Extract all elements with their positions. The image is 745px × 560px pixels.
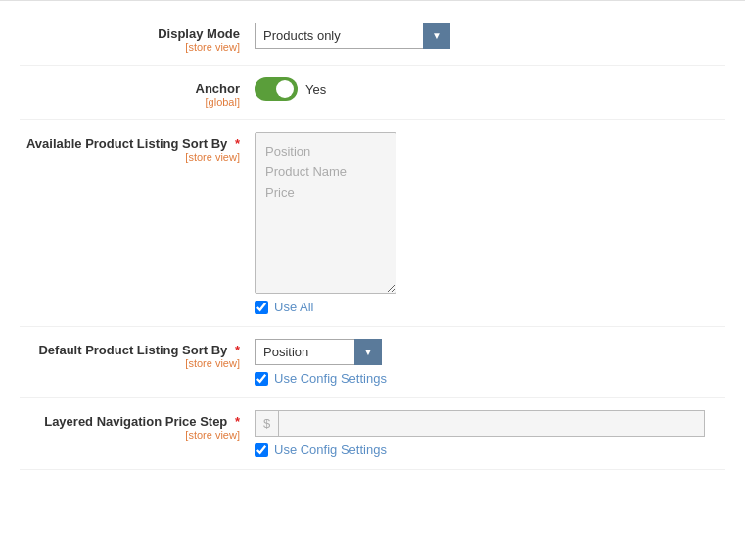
available-sort-label-col: Available Product Listing Sort By * [sto… (20, 132, 255, 163)
anchor-control: Yes (255, 77, 725, 101)
display-mode-label-col: Display Mode [store view] (20, 23, 255, 53)
default-sort-row: Default Product Listing Sort By * [store… (20, 327, 725, 398)
available-sort-control: Position Product Name Price Use All (255, 132, 725, 314)
layered-nav-label: Layered Navigation Price Step * (20, 414, 240, 429)
default-sort-use-config-checkbox[interactable] (255, 372, 268, 386)
layered-nav-row: Layered Navigation Price Step * [store v… (20, 398, 725, 470)
anchor-label-col: Anchor [global] (20, 77, 255, 108)
anchor-toggle-container: Yes (255, 77, 326, 101)
display-mode-row: Display Mode [store view] Products only … (20, 11, 725, 66)
layered-nav-scope: [store view] (20, 429, 240, 441)
anchor-scope: [global] (20, 96, 240, 108)
available-sort-required: * (235, 136, 240, 151)
layered-nav-input[interactable] (279, 411, 704, 436)
anchor-row: Anchor [global] Yes (20, 66, 725, 120)
display-mode-select-wrapper: Products only Static block only Static b… (255, 23, 450, 49)
list-item[interactable]: Product Name (263, 162, 388, 182)
anchor-toggle-slider (255, 77, 298, 101)
display-mode-scope: [store view] (20, 41, 240, 53)
display-mode-control: Products only Static block only Static b… (255, 23, 725, 49)
list-item[interactable]: Position (263, 141, 388, 162)
layered-nav-input-wrapper: $ (255, 410, 705, 437)
layered-nav-label-col: Layered Navigation Price Step * [store v… (20, 410, 255, 441)
available-sort-listbox[interactable]: Position Product Name Price (255, 132, 396, 294)
layered-nav-required: * (235, 414, 240, 429)
available-sort-scope: [store view] (20, 151, 240, 163)
list-item[interactable]: Price (263, 182, 388, 203)
anchor-value-label: Yes (305, 82, 326, 97)
default-sort-control: Position Product Name Price Use Config S… (255, 339, 725, 386)
available-sort-use-all-label: Use All (274, 300, 313, 314)
default-sort-required: * (235, 343, 240, 357)
available-sort-use-all-row: Use All (255, 300, 313, 314)
display-mode-select[interactable]: Products only Static block only Static b… (255, 23, 450, 49)
default-sort-select-wrapper: Position Product Name Price (255, 339, 382, 365)
default-sort-use-config-label: Use Config Settings (274, 371, 387, 386)
default-sort-label: Default Product Listing Sort By * (20, 343, 240, 357)
display-mode-label: Display Mode (20, 26, 240, 41)
layered-nav-use-config-row: Use Config Settings (255, 443, 387, 457)
layered-nav-control: $ Use Config Settings (255, 410, 725, 457)
anchor-label: Anchor (20, 81, 240, 96)
layered-nav-use-config-label: Use Config Settings (274, 443, 387, 457)
default-sort-use-config-row: Use Config Settings (255, 371, 387, 386)
layered-nav-prefix: $ (256, 411, 279, 436)
layered-nav-use-config-checkbox[interactable] (255, 443, 268, 457)
available-sort-use-all-checkbox[interactable] (255, 301, 268, 314)
form-container: Display Mode [store view] Products only … (0, 0, 745, 480)
default-sort-label-col: Default Product Listing Sort By * [store… (20, 339, 255, 369)
available-sort-row: Available Product Listing Sort By * [sto… (20, 120, 725, 327)
available-sort-label: Available Product Listing Sort By * (20, 136, 240, 151)
anchor-toggle[interactable] (255, 77, 298, 101)
default-sort-select[interactable]: Position Product Name Price (255, 339, 382, 365)
default-sort-scope: [store view] (20, 357, 240, 369)
